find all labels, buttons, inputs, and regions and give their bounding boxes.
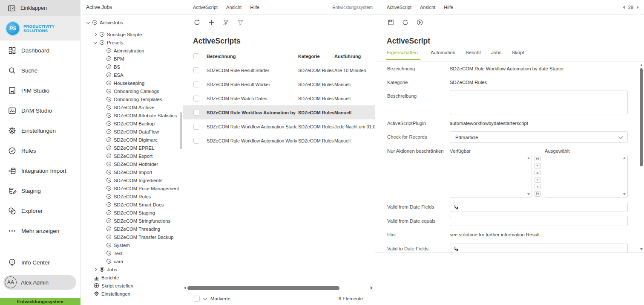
menu-ansicht[interactable]: Ansicht	[420, 5, 435, 10]
select-all-checkbox[interactable]	[193, 53, 199, 59]
tree-item[interactable]: SDZeCOM Import	[80, 168, 183, 176]
tree-item[interactable]: Presets	[80, 38, 183, 46]
refresh-button[interactable]	[400, 17, 410, 28]
sidebar-item-pim-studio[interactable]: PIM Studio	[0, 81, 80, 101]
tree-item[interactable]: BS	[80, 63, 183, 71]
expander-icon[interactable]	[86, 20, 90, 25]
tree-item[interactable]: SDZeCOM DataFlow	[80, 128, 183, 136]
tree-item[interactable]: System	[80, 241, 183, 249]
menu-ansicht[interactable]: Ansicht	[226, 5, 242, 10]
sidebar-item-integration-import[interactable]: Integration Import	[0, 161, 80, 181]
tree-item[interactable]: SDZeCOM Rules	[80, 192, 183, 200]
tree-item[interactable]: ESA	[80, 71, 183, 79]
sidebar-item-info-center[interactable]: Info Center	[0, 253, 80, 273]
row-checkbox[interactable]	[193, 96, 199, 102]
menu-activescript[interactable]: ActiveScript	[193, 5, 218, 10]
tree-item[interactable]: Jobs	[80, 265, 183, 273]
scroll-up-icon[interactable]	[640, 64, 643, 66]
expander-icon[interactable]	[93, 32, 98, 37]
tree-item[interactable]: Administration	[80, 46, 183, 55]
tree-item[interactable]: SDZeCOM Digimarc	[80, 136, 183, 144]
horizontal-scrollbar-thumb[interactable]	[187, 286, 339, 290]
tree-action-berichte[interactable]: Berichte	[80, 273, 183, 282]
row-checkbox[interactable]	[193, 124, 199, 130]
tree-item[interactable]: SDZeCOM Stringfunctions	[80, 217, 183, 225]
tree-item[interactable]: SDZeCOM Smart Docs	[80, 200, 183, 209]
tree-item[interactable]: SDZeCOM Attribute Statistics	[80, 111, 183, 119]
tree-item[interactable]: SDZeCOM Export	[80, 152, 183, 160]
table-row[interactable]: SDZeCOM Rule Workflow Automation Worker …	[183, 134, 375, 148]
tab[interactable]: Automation	[431, 50, 455, 60]
valid-from-equals-input[interactable]	[450, 216, 628, 226]
tree-item[interactable]: Sonstige Skripte	[80, 30, 183, 38]
table-row[interactable]: SDZeCOM Rule Workflow Automation Starter…	[183, 119, 375, 134]
move-up-button[interactable]	[535, 170, 540, 175]
tree-item[interactable]: Onboarding Catalogs	[80, 87, 183, 95]
tree-item[interactable]: SDZeCOM Backup	[80, 119, 183, 128]
selected-listbox[interactable]	[545, 155, 628, 198]
row-checkbox[interactable]	[193, 110, 199, 116]
sidebar-item-staging[interactable]: Staging	[0, 181, 80, 201]
beschreibung-textarea[interactable]	[450, 90, 628, 114]
vertical-scrollbar-thumb[interactable]	[640, 68, 643, 166]
valid-from-fields-input[interactable]	[450, 202, 628, 212]
move-right-button[interactable]	[535, 163, 540, 168]
tree-item[interactable]: SDZeCOM Transfer Backup	[80, 233, 183, 241]
scroll-down-icon[interactable]	[640, 248, 643, 250]
row-checkbox[interactable]	[193, 67, 199, 73]
sidebar-item-dam-studio[interactable]: DAM Studio	[0, 101, 80, 121]
tab[interactable]: Eigenschaften	[386, 50, 420, 60]
row-checkbox[interactable]	[193, 81, 199, 87]
filter-button[interactable]	[235, 17, 245, 28]
user-menu[interactable]: AA Alex Admin	[3, 275, 76, 290]
sidebar-item-rules[interactable]: Rules	[0, 141, 80, 161]
tab[interactable]: Jobs	[491, 50, 501, 60]
tree-item[interactable]: SDZeCOM Price Management	[80, 184, 183, 192]
table-row[interactable]: SDZeCOM Rule Watch Dates SDZeCOM Rules M…	[183, 91, 375, 105]
move-all-right-button[interactable]	[535, 156, 540, 161]
tree-item[interactable]: SDZeCOM Ingredients	[80, 176, 183, 184]
expander-icon[interactable]	[93, 267, 98, 272]
hscroll-left-arrow-icon[interactable]	[184, 286, 186, 290]
sidebar-collapse-button[interactable]: Einklappen	[0, 0, 80, 16]
sidebar-item-explorer[interactable]: Explorer	[0, 201, 80, 221]
tree-root-activejobs[interactable]: ActiveJobs	[80, 15, 183, 30]
check-for-records-select[interactable]: Pdmarticle	[450, 131, 628, 143]
available-listbox[interactable]	[450, 155, 532, 198]
tree-item[interactable]: BPM	[80, 55, 183, 63]
menu-activescript[interactable]: ActiveScript	[387, 5, 411, 10]
tree-action-skript-erstellen[interactable]: Skript erstellen	[80, 282, 183, 290]
scroll-down-icon[interactable]	[527, 193, 530, 195]
tree-item[interactable]: Onboarding Templates	[80, 95, 183, 103]
tree-item[interactable]: SDZeCOM EPREL	[80, 144, 183, 152]
tree-item[interactable]: SDZeCOM Threading	[80, 225, 183, 233]
column-header-bezeichnung[interactable]: Bezeichnung	[207, 54, 297, 59]
tree-item[interactable]: SDZeCOM Staging	[80, 209, 183, 217]
move-all-left-button[interactable]	[535, 191, 540, 197]
move-left-button[interactable]	[535, 184, 540, 189]
column-header-ausfuehrung[interactable]: Ausführung	[334, 54, 374, 59]
table-row[interactable]: SDZeCOM Rule Result Starter SDZeCOM Rule…	[183, 63, 375, 77]
expander-icon[interactable]	[93, 41, 98, 45]
tree-item[interactable]: Test	[80, 249, 183, 257]
tree-item[interactable]: SDZeCOM Hotfolder	[80, 160, 183, 168]
tree-action-einstellungen[interactable]: Einstellungen	[80, 290, 183, 298]
scroll-up-icon[interactable]	[623, 157, 626, 159]
menu-hilfe[interactable]: Hilfe	[250, 5, 259, 10]
tab[interactable]: Bericht	[466, 50, 481, 60]
sidebar-item-einstellungen[interactable]: Einstellungen	[0, 121, 80, 141]
hscroll-right-arrow-icon[interactable]	[371, 286, 373, 290]
pager-prev-icon[interactable]	[623, 6, 625, 9]
sidebar-item-dashboard[interactable]: Dashboard	[0, 41, 80, 61]
row-checkbox[interactable]	[193, 138, 199, 144]
table-row[interactable]: SDZeCOM Rule Workflow Automation by d...…	[183, 105, 375, 119]
tree-item[interactable]: Housekeeping	[80, 79, 183, 87]
tree-item[interactable]: SDZeCOM Archive	[80, 103, 183, 111]
filter-clear-button[interactable]	[221, 17, 231, 28]
refresh-button[interactable]	[192, 17, 202, 28]
menu-hilfe[interactable]: Hilfe	[444, 5, 453, 10]
sidebar-item-suche[interactable]: Suche	[0, 61, 80, 81]
pager-next-icon[interactable]	[637, 6, 639, 9]
add-button[interactable]	[206, 17, 216, 28]
chevron-down-icon[interactable]	[203, 296, 207, 300]
